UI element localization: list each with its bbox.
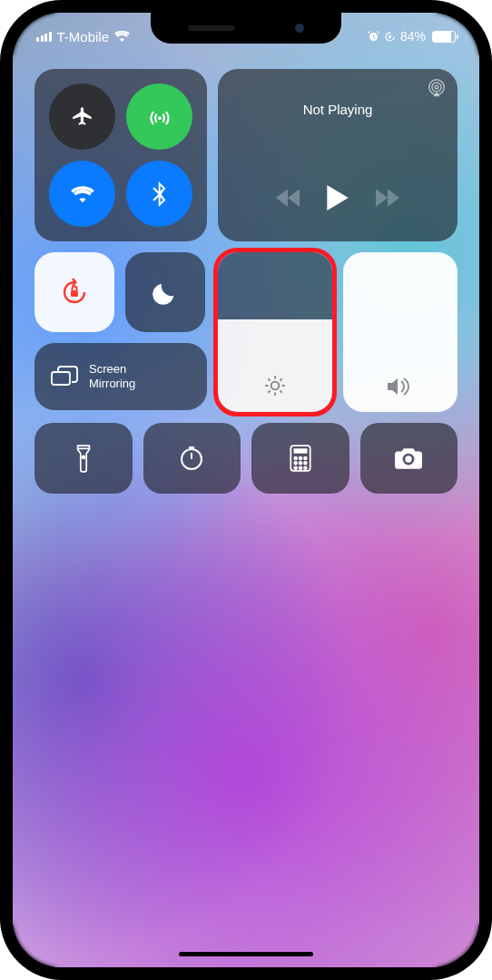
svg-rect-6 bbox=[52, 372, 70, 385]
speaker-grille bbox=[188, 25, 235, 31]
play-button[interactable] bbox=[327, 185, 349, 211]
svg-point-19 bbox=[294, 466, 297, 469]
volume-down-button bbox=[0, 287, 1, 347]
svg-point-4 bbox=[435, 85, 438, 89]
svg-point-1 bbox=[158, 116, 162, 120]
volume-up-button bbox=[0, 212, 1, 272]
svg-point-17 bbox=[299, 462, 301, 465]
screen-mirroring-button[interactable]: Screen Mirroring bbox=[34, 343, 207, 410]
airplane-mode-button[interactable] bbox=[49, 83, 115, 150]
volume-icon bbox=[388, 376, 413, 397]
svg-rect-5 bbox=[71, 290, 78, 297]
calculator-button[interactable] bbox=[251, 423, 349, 494]
svg-point-18 bbox=[304, 462, 307, 465]
svg-point-15 bbox=[304, 457, 307, 460]
mute-switch bbox=[0, 158, 1, 189]
svg-point-14 bbox=[299, 457, 301, 460]
battery-icon bbox=[432, 31, 456, 43]
svg-point-16 bbox=[294, 462, 297, 465]
svg-point-7 bbox=[271, 382, 280, 390]
timer-button[interactable] bbox=[143, 423, 241, 494]
cellular-data-button[interactable] bbox=[126, 83, 192, 150]
media-module[interactable]: Not Playing bbox=[218, 69, 458, 241]
screen: T-Mobile 84% bbox=[13, 13, 479, 967]
next-track-button[interactable] bbox=[376, 189, 399, 207]
notch bbox=[151, 13, 341, 44]
home-indicator[interactable] bbox=[179, 952, 313, 956]
wifi-button[interactable] bbox=[49, 161, 115, 227]
moon-icon bbox=[153, 279, 178, 305]
svg-rect-0 bbox=[389, 35, 391, 38]
do-not-disturb-button[interactable] bbox=[125, 252, 205, 332]
flashlight-icon bbox=[75, 444, 92, 473]
calculator-icon bbox=[290, 445, 311, 472]
svg-point-13 bbox=[294, 457, 297, 460]
bluetooth-icon bbox=[153, 181, 167, 207]
orientation-lock-status-icon bbox=[384, 31, 396, 43]
front-camera bbox=[295, 24, 304, 33]
orientation-lock-icon bbox=[58, 276, 91, 309]
media-title-label: Not Playing bbox=[232, 102, 443, 117]
connectivity-module[interactable] bbox=[34, 69, 207, 241]
media-controls bbox=[232, 185, 443, 211]
status-right: 84% bbox=[368, 29, 456, 44]
brightness-fill bbox=[218, 319, 332, 412]
volume-slider[interactable] bbox=[343, 252, 458, 412]
orientation-lock-button[interactable] bbox=[34, 252, 114, 332]
alarm-icon bbox=[368, 31, 379, 43]
svg-point-21 bbox=[304, 466, 307, 469]
camera-icon bbox=[394, 446, 423, 470]
svg-point-9 bbox=[82, 456, 84, 458]
status-left: T-Mobile bbox=[36, 29, 130, 44]
brightness-icon bbox=[263, 374, 287, 397]
brightness-slider[interactable] bbox=[218, 252, 332, 412]
timer-icon bbox=[178, 445, 205, 472]
carrier-label: T-Mobile bbox=[57, 29, 110, 44]
flashlight-button[interactable] bbox=[34, 423, 133, 494]
wifi-icon bbox=[114, 31, 130, 43]
screen-mirroring-icon bbox=[51, 366, 78, 387]
camera-button[interactable] bbox=[360, 423, 458, 494]
airplane-icon bbox=[71, 105, 94, 129]
svg-point-3 bbox=[432, 83, 441, 92]
screen-mirroring-label: Screen Mirroring bbox=[89, 362, 135, 390]
airplay-icon[interactable] bbox=[427, 78, 447, 98]
svg-rect-12 bbox=[293, 448, 307, 453]
cellular-antenna-icon bbox=[147, 104, 172, 130]
wifi-icon bbox=[70, 184, 95, 204]
battery-percent-label: 84% bbox=[400, 29, 426, 44]
cellular-signal-icon bbox=[36, 32, 52, 42]
phone-frame: T-Mobile 84% bbox=[0, 0, 492, 980]
previous-track-button[interactable] bbox=[276, 189, 300, 207]
bluetooth-button[interactable] bbox=[126, 161, 192, 227]
svg-point-20 bbox=[299, 466, 301, 469]
control-center: Not Playing bbox=[13, 69, 479, 494]
